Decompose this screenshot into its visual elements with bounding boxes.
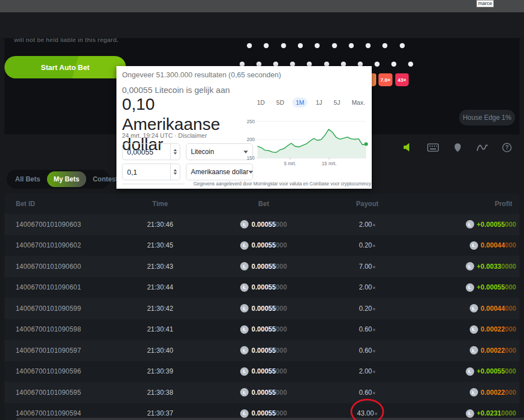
bet-amount-cell: Ł0.00055000 — [214, 214, 313, 235]
svg-text:250: 250 — [247, 119, 255, 124]
amount-to-value: 0,1 — [123, 168, 170, 176]
payout-cell: 2.00× — [318, 361, 417, 382]
col-profit: Profit — [495, 200, 512, 208]
payout-cell: 2.00× — [318, 277, 417, 298]
multiplier-pill: 7.0× — [378, 73, 392, 86]
tab-all-bets[interactable]: All Bets — [8, 171, 47, 187]
litecoin-icon: Ł — [240, 325, 249, 334]
bet-row[interactable]: 1400670010109060221:30:45Ł0.000550000.20… — [4, 235, 520, 256]
tab-my-bets[interactable]: My Bets — [47, 171, 86, 187]
stepper-icon[interactable] — [170, 164, 180, 180]
litecoin-icon: Ł — [240, 346, 249, 354]
house-edge-badge: House Edge 1% — [459, 110, 515, 125]
bet-amount-cell: Ł0.00055000 — [214, 298, 313, 319]
profit-cell: Ł0.00022000 — [470, 382, 516, 403]
bet-row[interactable]: 1400670010109059921:30:42Ł0.000550000.20… — [4, 298, 520, 319]
litecoin-icon: Ł — [470, 325, 478, 334]
svg-text:200: 200 — [247, 137, 255, 142]
annotation-red-circle — [350, 399, 384, 420]
litecoin-icon: Ł — [466, 409, 474, 418]
plinko-peg — [375, 62, 380, 67]
profit-cell: Ł0.00044000 — [470, 298, 516, 319]
live-stats-icon[interactable] — [476, 142, 488, 153]
litecoin-icon: Ł — [240, 367, 249, 376]
plinko-peg — [264, 43, 269, 48]
window-titlebar — [0, 0, 524, 12]
unit-to-select[interactable]: Amerikaanse dollar — [186, 164, 253, 180]
bet-row[interactable]: 1400670010109060021:30:43Ł0.000550007.00… — [4, 256, 520, 277]
litecoin-icon: Ł — [470, 304, 478, 312]
litecoin-icon: Ł — [240, 388, 249, 396]
time-cell: 21:30:41 — [115, 319, 205, 340]
caret-down-icon — [249, 171, 253, 174]
table-header: Bet ID Time Bet Payout Profit — [4, 193, 520, 214]
bet-row[interactable]: 1400670010109059721:30:40Ł0.000550000.60… — [4, 340, 520, 361]
bet-row[interactable]: 1400670010109060121:30:44Ł0.000550002.00… — [4, 277, 520, 298]
time-cell: 21:30:38 — [115, 382, 205, 403]
start-auto-bet-button[interactable]: Start Auto Bet — [4, 56, 126, 78]
litecoin-icon: Ł — [240, 220, 249, 228]
litecoin-icon: Ł — [466, 367, 474, 376]
litecoin-icon: Ł — [240, 304, 249, 312]
litecoin-icon: Ł — [240, 409, 249, 418]
plinko-peg — [366, 43, 371, 48]
chart-range-1d[interactable]: 1D — [254, 97, 268, 108]
time-cell: 21:30:45 — [115, 235, 205, 256]
amount-to-input[interactable]: 0,1 — [122, 164, 180, 180]
bet-row[interactable]: 1400670010109059621:30:39Ł0.000550002.00… — [4, 361, 520, 382]
chart-range-5d[interactable]: 5D — [273, 97, 288, 108]
bet-id-cell: 14006700101090596 — [16, 361, 81, 382]
col-time: Time — [115, 200, 205, 208]
plinko-peg — [408, 62, 413, 67]
bet-amount-cell: Ł0.00055000 — [214, 277, 313, 298]
payout-cell: 0.60× — [318, 319, 417, 340]
profit-cell: Ł0.00044000 — [470, 235, 516, 256]
svg-text:?: ? — [505, 144, 508, 151]
unit-from-select[interactable]: Litecoin — [186, 143, 253, 160]
time-cell: 21:30:39 — [115, 361, 205, 382]
conversion-label: 0,00055 Litecoin is gelijk aan — [122, 85, 230, 95]
bet-id-cell: 14006700101090598 — [16, 319, 81, 340]
payout-cell: 0.20× — [318, 298, 417, 319]
bet-id-cell: 14006700101090599 — [16, 298, 81, 319]
site-header — [0, 12, 524, 38]
bet-amount-cell: Ł0.00055000 — [214, 235, 313, 256]
bet-amount-cell: Ł0.00055000 — [214, 256, 313, 277]
profit-cell: Ł+0.00055000 — [466, 361, 516, 382]
bet-row[interactable]: 1400670010109060321:30:46Ł0.000550002.00… — [4, 214, 520, 235]
bet-amount-cell: Ł0.00055000 — [214, 340, 313, 361]
chart-range-tabs: 1D5D1M1J5JMax. — [254, 97, 368, 108]
plinko-peg — [315, 43, 320, 48]
plinko-peg — [332, 43, 337, 48]
plinko-peg — [281, 43, 286, 48]
svg-text:15 mrt.: 15 mrt. — [322, 161, 336, 166]
plinko-peg — [247, 43, 252, 48]
litecoin-icon: Ł — [470, 388, 478, 396]
bet-row[interactable]: 1400670010109059521:30:38Ł0.000550000.60… — [4, 382, 520, 403]
chart-range-max[interactable]: Max. — [348, 97, 368, 108]
litecoin-icon: Ł — [240, 262, 249, 270]
profit-cell: Ł+0.00330000 — [466, 256, 516, 277]
litecoin-icon: Ł — [470, 241, 478, 250]
divider — [122, 184, 185, 184]
bet-amount-cell: Ł0.00055000 — [214, 319, 313, 340]
chart-range-5j[interactable]: 5J — [330, 97, 344, 108]
help-icon[interactable]: ? — [500, 142, 513, 153]
amount-from-value: 0,00055 — [123, 148, 170, 156]
conversion-chart: 1502002505 mrt.15 mrt. — [246, 108, 369, 170]
plinko-peg — [391, 62, 396, 67]
hotkeys-icon[interactable] — [427, 142, 439, 153]
chart-range-1m[interactable]: 1M — [292, 97, 307, 108]
amount-from-input[interactable]: 0,00055 — [122, 143, 180, 160]
google-converter-card: Ongeveer 51.300.000 resultaten (0,65 sec… — [116, 66, 372, 189]
unit-from-value: Litecoin — [191, 148, 214, 156]
chart-range-1j[interactable]: 1J — [312, 97, 326, 108]
fairness-icon[interactable] — [451, 142, 464, 153]
stepper-icon[interactable] — [170, 144, 180, 160]
conversion-timestamp: 24 mrt. 19:24 UTC · Disclaimer — [122, 132, 207, 139]
svg-text:150: 150 — [247, 155, 255, 161]
volume-icon[interactable] — [402, 142, 414, 153]
bet-row[interactable]: 1400670010109059821:30:41Ł0.000550000.60… — [4, 319, 520, 340]
bet-amount-cell: Ł0.00055000 — [214, 382, 313, 403]
time-cell: 21:30:42 — [115, 298, 205, 319]
